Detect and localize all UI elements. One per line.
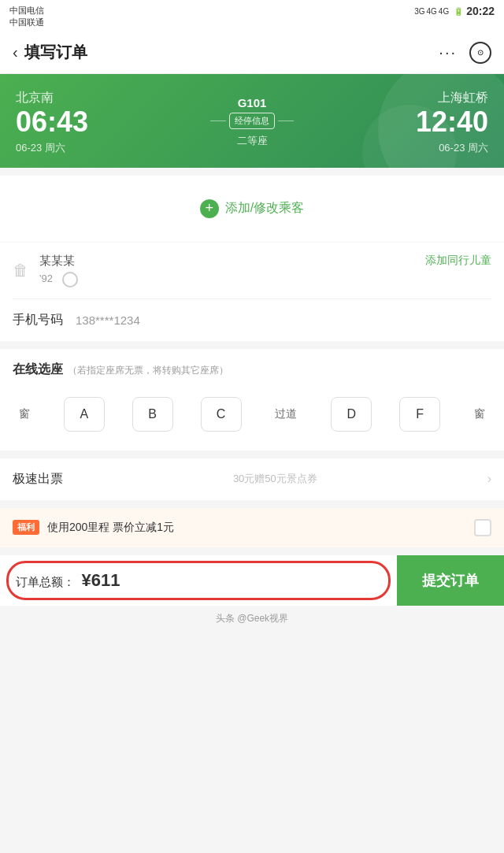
phone-row: 手机号码 138****1234 [13, 299, 491, 341]
bottom-bar: 订单总额： ¥611 提交订单 [0, 555, 504, 606]
header-actions: ··· ⊙ [439, 42, 491, 64]
depart-station: 北京南 06:43 06-23 周六 [16, 90, 201, 155]
arrive-station-name: 上海虹桥 [303, 90, 488, 106]
welfare-checkbox[interactable] [474, 519, 491, 536]
fast-ticket-label: 极速出票 [13, 471, 63, 488]
passenger-row: 🗑 某某某 添加同行儿童 '92 [13, 243, 491, 299]
submit-order-button[interactable]: 提交订单 [397, 555, 504, 606]
depart-date: 06-23 周六 [16, 141, 201, 155]
add-passenger-label: 添加/修改乘客 [225, 200, 304, 217]
passenger-name-row: 某某某 添加同行儿童 [39, 254, 491, 269]
seat-C-button[interactable]: C [201, 397, 242, 432]
signal-4g: 4G [427, 7, 437, 16]
depart-time: 06:43 [16, 108, 201, 136]
carrier2: 中国联通 [9, 17, 44, 28]
signal-4g2: 4G [439, 7, 449, 16]
chevron-right-icon: › [487, 472, 491, 486]
line-dash-left [210, 121, 226, 121]
back-button[interactable]: ‹ 填写订单 [13, 42, 87, 63]
seat-title-row: 在线选座 （若指定座席无票，将转购其它座席） [13, 362, 491, 378]
window-label-right: 窗 [468, 407, 491, 421]
seat-F-button[interactable]: F [399, 397, 440, 432]
record-icon: ⊙ [477, 48, 484, 57]
carrier1: 中国电信 [9, 5, 44, 17]
header: ‹ 填写订单 ··· ⊙ [0, 32, 504, 74]
window-label-left: 窗 [13, 407, 36, 421]
seat-title: 在线选座 [13, 362, 63, 378]
phone-value: 138****1234 [76, 313, 140, 327]
arrive-date: 06-23 周六 [303, 141, 488, 155]
fast-ticket-section[interactable]: 极速出票 30元赠50元景点券 › [0, 458, 504, 500]
more-options-button[interactable]: ··· [439, 43, 457, 61]
stop-info-button[interactable]: 经停信息 [229, 113, 275, 129]
id-circle [62, 272, 78, 287]
add-child-button[interactable]: 添加同行儿童 [425, 254, 491, 268]
delete-passenger-button[interactable]: 🗑 [13, 261, 28, 280]
aisle-label: 过道 [269, 407, 303, 421]
passenger-id: '92 [39, 272, 491, 287]
train-route: 北京南 06:43 06-23 周六 G101 经停信息 二等座 上海虹桥 12… [16, 90, 488, 155]
depart-station-name: 北京南 [16, 90, 201, 106]
watermark: 头条 @Geek视界 [0, 606, 504, 632]
seat-A-button[interactable]: A [64, 397, 105, 432]
fast-ticket-promo: 30元赠50元景点券 [233, 472, 317, 486]
seat-B-button[interactable]: B [132, 397, 173, 432]
seat-type: 二等座 [237, 134, 268, 148]
seat-grid: 窗 A B C 过道 D F 窗 [13, 391, 491, 438]
record-button[interactable]: ⊙ [469, 42, 491, 64]
arrive-station: 上海虹桥 12:40 06-23 周六 [303, 90, 488, 155]
welfare-badge: 福利 [13, 520, 39, 535]
train-number: G101 [238, 96, 267, 109]
train-info-card: 北京南 06:43 06-23 周六 G101 经停信息 二等座 上海虹桥 12… [0, 74, 504, 168]
watermark-text: 头条 @Geek视界 [216, 613, 288, 624]
id-number: '92 [39, 273, 53, 284]
signal-3g: 3G [414, 7, 424, 16]
carrier-info: 中国电信 中国联通 [9, 5, 44, 29]
time-display: 20:22 [466, 5, 495, 17]
total-label: 订单总额： [16, 575, 75, 588]
add-passenger-section: + 添加/修改乘客 [0, 176, 504, 242]
add-passenger-button[interactable]: + 添加/修改乘客 [13, 188, 491, 229]
signal-icons: 3G 4G 4G 🔋 [414, 7, 463, 16]
welfare-bar: 福利 使用200里程 票价立减1元 [0, 508, 504, 547]
passenger-name: 某某某 [39, 254, 75, 269]
total-amount: ¥611 [81, 570, 120, 590]
passenger-info: 某某某 添加同行儿童 '92 [39, 254, 491, 287]
passenger-section: 🗑 某某某 添加同行儿童 '92 手机号码 138****1234 [0, 243, 504, 341]
seat-subtitle: （若指定座席无票，将转购其它座席） [68, 364, 228, 377]
arrive-time: 12:40 [303, 108, 488, 136]
seat-section: 在线选座 （若指定座席无票，将转购其它座席） 窗 A B C 过道 D F 窗 [0, 349, 504, 451]
line-dash-right [278, 121, 294, 121]
train-middle-info: G101 经停信息 二等座 [201, 96, 303, 148]
back-arrow-icon: ‹ [13, 43, 18, 61]
status-right: 3G 4G 4G 🔋 20:22 [414, 5, 495, 17]
seat-D-button[interactable]: D [331, 397, 372, 432]
phone-label: 手机号码 [13, 312, 76, 328]
page-title: 填写订单 [24, 42, 87, 63]
train-line: 经停信息 [210, 113, 294, 129]
welfare-text: 使用200里程 票价立减1元 [47, 521, 466, 535]
total-section: 订单总额： ¥611 [0, 556, 397, 605]
battery-icon: 🔋 [454, 7, 463, 16]
status-bar: 中国电信 中国联通 3G 4G 4G 🔋 20:22 [0, 0, 504, 32]
add-icon: + [200, 199, 219, 218]
